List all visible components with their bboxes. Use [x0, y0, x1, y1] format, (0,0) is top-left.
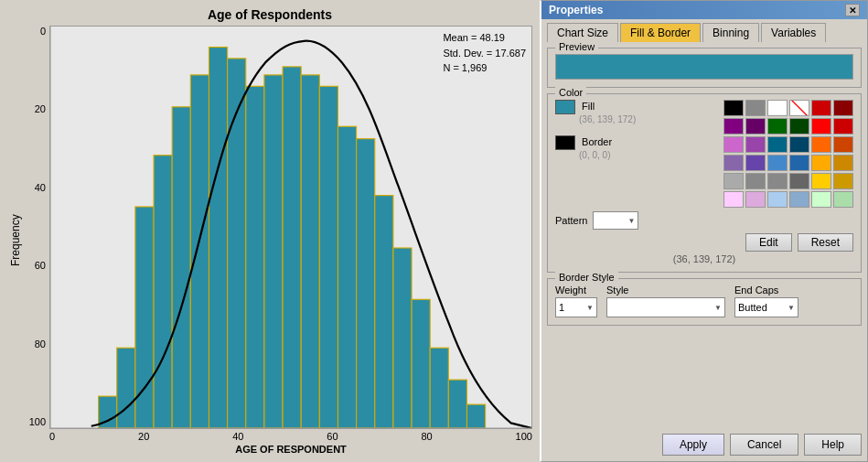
svg-rect-9 [264, 75, 283, 428]
reset-button[interactable]: Reset [798, 233, 853, 252]
svg-rect-15 [375, 196, 393, 428]
palette-cell[interactable] [767, 118, 788, 134]
palette-cell[interactable] [745, 136, 766, 153]
palette-cell[interactable] [833, 173, 853, 189]
color-palette [723, 100, 853, 208]
svg-rect-14 [357, 139, 375, 428]
tab-chart-size[interactable]: Chart Size [547, 23, 618, 42]
palette-cell[interactable] [723, 173, 744, 189]
pattern-label: Pattern [555, 215, 587, 226]
palette-cell[interactable] [789, 100, 809, 116]
chart-area: Frequency 100 80 60 40 20 0 Mean = 48.19 [7, 26, 532, 455]
style-group: Style ▼ [606, 285, 725, 317]
palette-cell[interactable] [833, 155, 853, 171]
border-controls: Weight 1 ▼ Style ▼ End Caps [555, 285, 853, 317]
svg-rect-12 [319, 86, 338, 428]
chart-inner: 100 80 60 40 20 0 Mean = 48.19 Std. Dev.… [24, 26, 532, 455]
tabs-bar: Chart Size Fill & Border Binning Variabl… [541, 19, 867, 42]
weight-select[interactable]: 1 ▼ [555, 297, 597, 317]
tab-binning[interactable]: Binning [702, 23, 759, 42]
svg-rect-18 [430, 348, 448, 428]
svg-rect-20 [466, 404, 485, 428]
palette-cell[interactable] [811, 118, 831, 134]
svg-rect-16 [393, 248, 412, 428]
fill-swatch[interactable] [555, 100, 575, 114]
palette-cell[interactable] [723, 100, 744, 116]
svg-rect-5 [190, 75, 209, 428]
pattern-dropdown-arrow: ▼ [628, 217, 636, 225]
palette-cell[interactable] [767, 136, 788, 153]
svg-rect-13 [338, 126, 356, 428]
color-label: Color [555, 87, 586, 98]
palette-cell[interactable] [789, 155, 809, 171]
histogram-svg: .bar { fill: #2b8da3; stroke: #d4aa00; s… [50, 27, 531, 428]
preview-box [555, 54, 853, 80]
svg-rect-8 [246, 86, 264, 428]
svg-rect-19 [448, 380, 466, 428]
palette-cell[interactable] [833, 191, 853, 208]
endcaps-select[interactable]: Butted ▼ [734, 297, 798, 317]
pattern-select[interactable]: ▼ [593, 211, 638, 230]
preview-label: Preview [555, 41, 598, 52]
palette-cell[interactable] [745, 155, 766, 171]
edit-button[interactable]: Edit [745, 233, 792, 252]
svg-rect-4 [172, 107, 190, 428]
palette-cell[interactable] [789, 173, 809, 189]
palette-cell[interactable] [745, 173, 766, 189]
tab-fill-border[interactable]: Fill & Border [620, 23, 701, 42]
palette-cell[interactable] [811, 173, 831, 189]
style-select[interactable]: ▼ [606, 297, 725, 317]
fill-row: Fill (36, 139, 172) [555, 100, 636, 124]
weight-group: Weight 1 ▼ [555, 285, 597, 317]
palette-cell[interactable] [767, 191, 788, 208]
palette-cell[interactable] [789, 136, 809, 153]
weight-value: 1 [559, 302, 564, 313]
bottom-buttons: Apply Cancel Help [541, 428, 867, 461]
color-controls: Fill (36, 139, 172) Border (0, 0, 0) [555, 100, 853, 208]
border-row: Border (0, 0, 0) [555, 135, 636, 160]
color-labels: Fill (36, 139, 172) Border (0, 0, 0) [555, 100, 636, 208]
palette-cell[interactable] [745, 191, 766, 208]
svg-rect-3 [154, 156, 172, 428]
svg-rect-6 [209, 48, 227, 428]
plot-area: Mean = 48.19 Std. Dev. = 17.687 N = 1,96… [49, 26, 532, 429]
rgb-display: (36, 139, 172) [555, 253, 853, 264]
preview-section: Preview [547, 48, 862, 88]
weight-dropdown-arrow: ▼ [586, 304, 594, 312]
endcaps-value: Butted [738, 302, 767, 313]
palette-cell[interactable] [811, 191, 831, 208]
endcaps-dropdown-arrow: ▼ [788, 304, 795, 312]
chart-title: Age of Respondents [208, 7, 332, 22]
palette-cell[interactable] [789, 191, 809, 208]
close-button[interactable]: ✕ [845, 4, 860, 16]
weight-label: Weight [555, 285, 597, 295]
svg-rect-11 [301, 75, 319, 428]
cancel-button[interactable]: Cancel [730, 434, 798, 456]
palette-cell[interactable] [767, 155, 788, 171]
palette-cell[interactable] [745, 100, 766, 116]
tab-variables[interactable]: Variables [761, 23, 826, 42]
palette-cell[interactable] [723, 136, 744, 153]
palette-cell[interactable] [745, 118, 766, 134]
palette-cell[interactable] [723, 155, 744, 171]
properties-panel: Properties ✕ Chart Size Fill & Border Bi… [540, 0, 868, 462]
palette-cell[interactable] [833, 100, 853, 116]
palette-cell[interactable] [723, 118, 744, 134]
apply-button[interactable]: Apply [662, 434, 724, 456]
palette-cell[interactable] [767, 173, 788, 189]
properties-content: Preview Color Fill (36, 139, 172) [541, 42, 867, 428]
help-button[interactable]: Help [804, 434, 862, 456]
palette-cell[interactable] [723, 191, 744, 208]
svg-rect-10 [283, 67, 301, 428]
palette-cell[interactable] [811, 100, 831, 116]
palette-cell[interactable] [789, 118, 809, 134]
palette-cell[interactable] [833, 136, 853, 153]
style-label: Style [606, 285, 725, 295]
y-axis-label: Frequency [7, 26, 24, 455]
palette-cell[interactable] [767, 100, 788, 116]
border-swatch[interactable] [555, 135, 575, 150]
palette-cell[interactable] [811, 136, 831, 153]
properties-titlebar: Properties ✕ [541, 1, 867, 19]
palette-cell[interactable] [833, 118, 853, 134]
palette-cell[interactable] [811, 155, 831, 171]
